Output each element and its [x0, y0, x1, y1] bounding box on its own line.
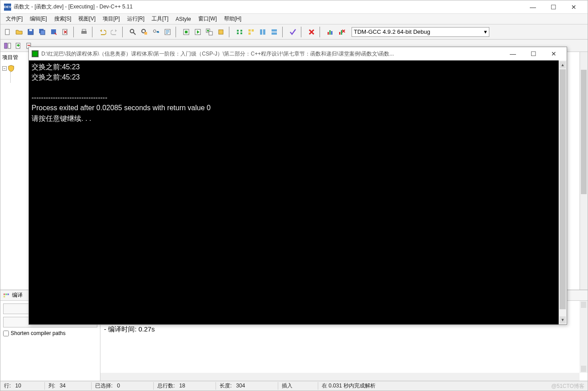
debug-step-icon[interactable] [246, 27, 256, 37]
status-total-label: 总行数: [157, 383, 175, 389]
status-sel-value: 0 [117, 383, 120, 389]
svg-rect-21 [237, 30, 239, 32]
svg-rect-8 [82, 29, 86, 31]
scroll-down-icon[interactable]: ▼ [560, 316, 566, 323]
menu-help[interactable]: 帮助[H] [220, 14, 245, 24]
shorten-paths-input[interactable] [3, 331, 9, 336]
svg-rect-18 [209, 32, 212, 35]
menu-file[interactable]: 文件[F] [2, 14, 26, 24]
console-scrollbar[interactable]: ▲ ▼ [559, 60, 567, 324]
status-length-label: 长度: [220, 383, 232, 389]
console-close-button[interactable]: ✕ [544, 47, 564, 60]
svg-rect-20 [219, 30, 223, 34]
compiler-select[interactable]: TDM-GCC 4.9.2 64-bit Debug ▾ [352, 27, 489, 37]
save-as-icon[interactable] [48, 27, 59, 37]
console-line: 交换之前:45:23 [32, 73, 80, 81]
print-icon[interactable] [79, 27, 89, 37]
compile-log-icon [3, 292, 9, 299]
scroll-thumb[interactable] [560, 69, 566, 309]
svg-rect-42 [5, 293, 7, 295]
menu-tools[interactable]: 工具[T] [148, 14, 172, 24]
editor-scrollbar[interactable] [580, 52, 588, 290]
find-icon[interactable] [128, 27, 138, 37]
log-hscrollbar[interactable] [100, 373, 580, 381]
svg-rect-41 [4, 293, 5, 295]
profile-icon[interactable] [325, 27, 336, 37]
redo-icon[interactable] [109, 27, 120, 37]
goto-icon[interactable] [162, 27, 173, 37]
menu-window[interactable]: 窗口[W] [195, 14, 220, 24]
svg-rect-23 [237, 32, 239, 34]
replace-icon[interactable] [139, 27, 150, 37]
svg-rect-25 [248, 29, 251, 32]
run-icon[interactable] [192, 27, 203, 37]
window-title: 函数文 - [函数文.dev] - [Executing] - Dev-C++ … [14, 3, 523, 11]
menu-project[interactable]: 项目[P] [99, 14, 124, 24]
svg-rect-43 [8, 293, 9, 295]
debug-output-icon[interactable] [269, 27, 280, 37]
svg-point-12 [153, 30, 156, 32]
close-button[interactable]: ✕ [564, 0, 584, 14]
console-title-bar: D:\红泥巴\我的课程体系\（信息奥赛）课程体系\第一阶段：入门级（CSP-J）… [29, 47, 567, 60]
rebuild-icon[interactable] [216, 27, 226, 37]
console-window: D:\红泥巴\我的课程体系\（信息奥赛）课程体系\第一阶段：入门级（CSP-J）… [28, 47, 567, 325]
svg-rect-22 [240, 30, 242, 32]
svg-rect-0 [5, 29, 9, 35]
check-icon[interactable] [288, 27, 298, 37]
compile-run-icon[interactable] [204, 27, 215, 37]
svg-rect-11 [144, 32, 147, 35]
find-next-icon[interactable] [151, 27, 161, 37]
shorten-paths-checkbox[interactable]: Shorten compiler paths [3, 330, 97, 336]
new-unit-icon[interactable] [14, 41, 23, 50]
status-bar: 行: 10 列: 34 已选择: 0 总行数: 18 长度: 304 插入 在 … [0, 381, 588, 391]
menu-search[interactable]: 搜索[S] [51, 14, 75, 24]
compile-icon[interactable] [181, 27, 192, 37]
save-all-icon[interactable] [37, 27, 48, 37]
status-parse: 在 0.031 秒内完成解析 [318, 382, 588, 390]
open-file-icon[interactable] [14, 27, 24, 37]
menu-astyle[interactable]: AStyle [172, 15, 195, 24]
close-file-icon[interactable] [60, 27, 71, 37]
project-tree-root[interactable]: − [2, 65, 27, 72]
minimize-button[interactable]: — [523, 0, 543, 14]
tree-collapse-icon[interactable]: − [2, 66, 7, 71]
undo-icon[interactable] [97, 27, 108, 37]
svg-rect-30 [272, 29, 277, 32]
console-maximize-button[interactable]: ☐ [523, 47, 544, 60]
compiler-select-label: TDM-GCC 4.9.2 64-bit Debug [354, 28, 430, 35]
toolbar: TDM-GCC 4.9.2 64-bit Debug ▾ [0, 24, 588, 40]
debug-icon[interactable] [234, 27, 245, 37]
svg-rect-44 [4, 295, 5, 297]
shorten-paths-label: Shorten compiler paths [11, 330, 65, 336]
menu-view[interactable]: 视图[V] [75, 14, 99, 24]
svg-point-9 [130, 29, 134, 33]
console-minimize-button[interactable]: — [503, 47, 523, 60]
svg-rect-33 [329, 30, 331, 35]
status-col-label: 列: [48, 383, 55, 389]
bottom-tab-compile[interactable]: 编译 [12, 291, 23, 299]
status-total-value: 18 [179, 383, 185, 389]
svg-rect-28 [260, 29, 262, 35]
svg-rect-7 [81, 31, 87, 34]
stop-icon[interactable] [306, 27, 317, 37]
profile-delete-icon[interactable] [336, 27, 347, 37]
debug-watch-icon[interactable] [257, 27, 268, 37]
new-file-icon[interactable] [2, 27, 13, 37]
console-output[interactable]: 交换之前:45:23 交换之前:45:23 ------------------… [29, 60, 567, 324]
maximize-button[interactable]: ☐ [543, 0, 564, 14]
svg-rect-34 [331, 31, 332, 35]
menu-run[interactable]: 运行[R] [124, 14, 148, 24]
console-line: 请按任意键继续. . . [32, 115, 91, 122]
app-icon: DEV [4, 4, 11, 11]
log-vscrollbar[interactable] [580, 301, 588, 373]
menu-edit[interactable]: 编辑[E] [26, 14, 51, 24]
svg-rect-35 [339, 32, 340, 35]
status-length-value: 304 [236, 383, 245, 389]
svg-rect-31 [272, 32, 277, 35]
scroll-up-icon[interactable]: ▲ [560, 61, 566, 68]
project-panel-icon[interactable] [3, 41, 12, 50]
save-icon[interactable] [25, 27, 36, 37]
svg-rect-32 [328, 32, 329, 35]
sidebar-label: 项目管 [2, 54, 27, 61]
svg-rect-24 [240, 32, 242, 34]
